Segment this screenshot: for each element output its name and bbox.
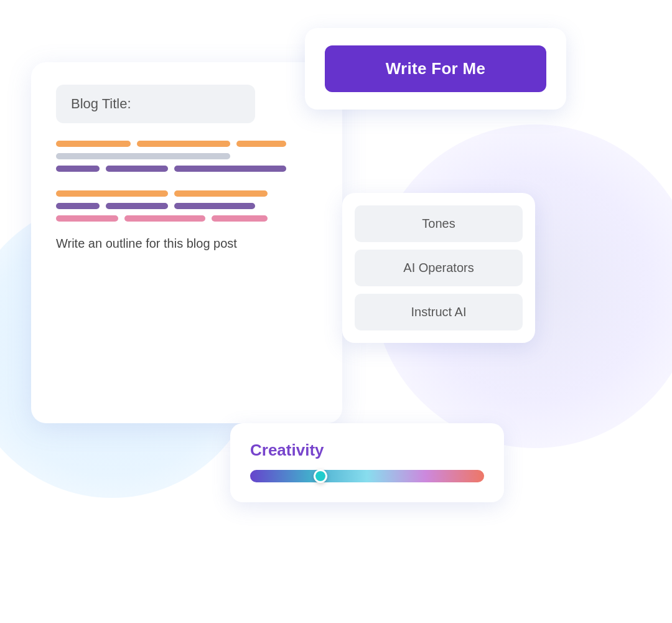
ai-operators-button[interactable]: AI Operators (355, 250, 523, 286)
blog-title-label: Blog Title: (71, 96, 131, 111)
line-pink-2 (124, 215, 205, 222)
tones-card: Tones AI Operators Instruct AI (342, 193, 535, 343)
line-purple-4 (56, 203, 100, 209)
line-purple-3 (174, 166, 286, 172)
line-purple-6 (174, 203, 255, 209)
line-row-2 (56, 153, 317, 159)
line-orange-1 (56, 141, 131, 147)
blog-title-bar: Blog Title: (56, 85, 255, 123)
instruct-ai-button[interactable]: Instruct AI (355, 294, 523, 330)
line-purple-1 (56, 166, 100, 172)
write-for-me-card: Write For Me (305, 28, 566, 110)
blog-document-card: Blog Title: (31, 62, 342, 423)
line-row-6 (56, 203, 317, 209)
line-row-7 (56, 215, 317, 222)
line-purple-2 (106, 166, 168, 172)
line-row-5 (56, 190, 317, 197)
creativity-slider-thumb[interactable] (314, 469, 327, 483)
line-row-1 (56, 141, 317, 147)
content-lines (56, 141, 317, 222)
creativity-card: Creativity (230, 423, 504, 502)
line-pink-3 (212, 215, 268, 222)
line-gray-1 (56, 153, 230, 159)
line-pink-1 (56, 215, 118, 222)
creativity-slider-track[interactable] (250, 470, 484, 482)
tones-button[interactable]: Tones (355, 205, 523, 242)
line-orange-4 (56, 190, 168, 197)
line-orange-2 (137, 141, 230, 147)
scene: Blog Title: (0, 0, 672, 623)
line-orange-5 (174, 190, 268, 197)
line-orange-3 (236, 141, 286, 147)
line-row-3 (56, 166, 317, 172)
write-for-me-button[interactable]: Write For Me (325, 45, 546, 92)
line-purple-5 (106, 203, 168, 209)
creativity-label: Creativity (250, 441, 484, 460)
outline-text: Write an outline for this blog post (56, 237, 317, 251)
